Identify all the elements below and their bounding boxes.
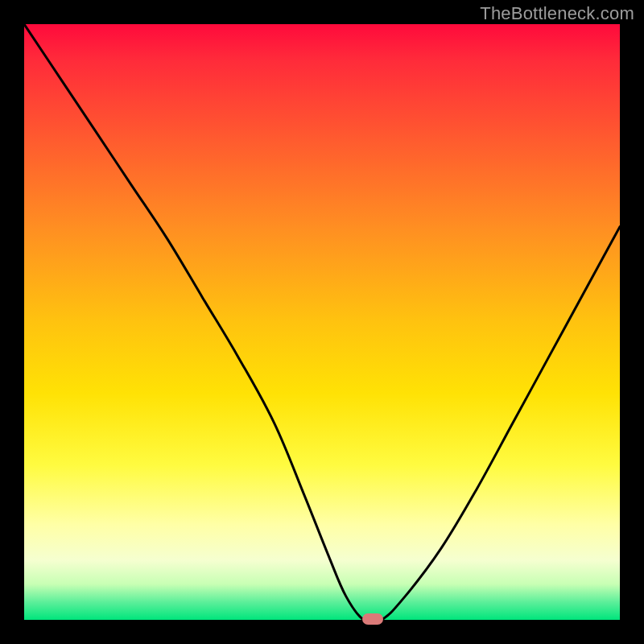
bottleneck-marker [362, 613, 383, 625]
bottleneck-curve [24, 24, 620, 620]
plot-area [24, 24, 620, 620]
watermark-text: TheBottleneck.com [480, 3, 634, 24]
chart-frame: TheBottleneck.com [0, 0, 644, 644]
